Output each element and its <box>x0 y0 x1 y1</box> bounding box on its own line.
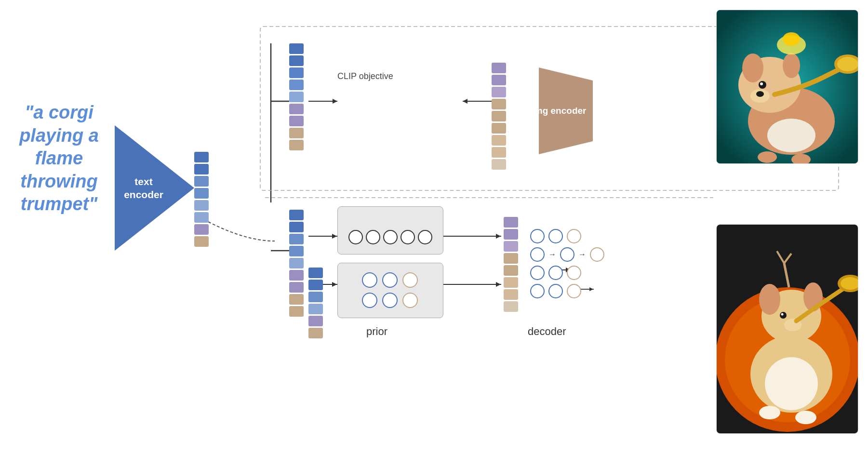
svg-point-36 <box>760 82 763 85</box>
text-prompt-label: "a corgi playing a flame throwing trumpe… <box>7 101 111 216</box>
svg-marker-15 <box>332 282 337 287</box>
bottom-embed-col <box>289 210 304 317</box>
svg-point-38 <box>756 91 764 97</box>
svg-point-55 <box>781 313 784 316</box>
decoder-label: decoder <box>528 325 566 338</box>
text-encoder-shape: text encoder <box>115 125 194 251</box>
svg-marker-9 <box>332 234 337 239</box>
svg-point-40 <box>837 57 858 71</box>
svg-point-34 <box>783 53 800 78</box>
svg-point-62 <box>759 406 780 419</box>
corgi-trumpet-bottom-image <box>716 224 858 434</box>
svg-point-50 <box>765 357 818 410</box>
prior-ar-box <box>337 206 443 255</box>
img-encoder-label: img encoder <box>532 105 587 117</box>
svg-marker-13 <box>496 282 501 287</box>
prior-diff-box <box>337 263 443 318</box>
svg-marker-11 <box>496 234 501 239</box>
prior-label: prior <box>366 325 387 338</box>
svg-point-33 <box>742 54 763 82</box>
svg-marker-7 <box>463 99 467 104</box>
img-encoder-shape: img encoder <box>516 67 593 154</box>
diagram-container: "a corgi playing a flame throwing trumpe… <box>0 0 868 456</box>
svg-point-43 <box>767 119 815 152</box>
svg-point-44 <box>758 151 777 163</box>
decoder-embed-col <box>504 217 518 312</box>
corgi-trumpet-top-image <box>716 10 858 164</box>
img-embed-col <box>492 63 506 170</box>
decoder-output-grid: → → <box>530 229 604 298</box>
svg-point-52 <box>759 284 780 315</box>
text-encoder-output-col <box>194 152 209 247</box>
top-embed-col <box>289 43 304 150</box>
clip-objective-label: CLIP objective <box>337 71 393 81</box>
svg-point-63 <box>795 411 816 424</box>
svg-point-42 <box>783 32 800 46</box>
bottom-embed-col-2 <box>308 268 323 338</box>
text-encoder-label: text encoder <box>120 175 168 201</box>
svg-marker-5 <box>333 99 337 104</box>
svg-point-54 <box>780 312 787 319</box>
